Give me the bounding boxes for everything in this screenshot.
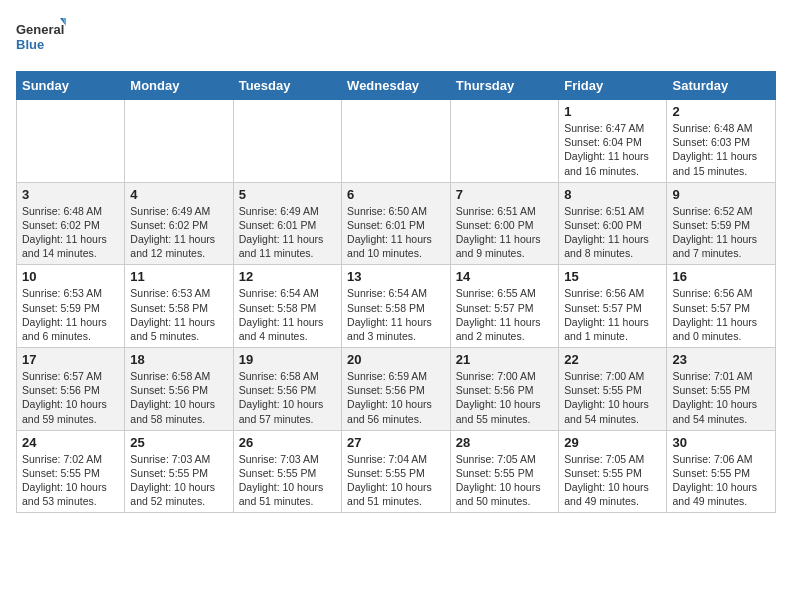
weekday-header-row: SundayMondayTuesdayWednesdayThursdayFrid… bbox=[17, 72, 776, 100]
day-info: Sunrise: 6:50 AM Sunset: 6:01 PM Dayligh… bbox=[347, 204, 445, 261]
day-info: Sunrise: 6:58 AM Sunset: 5:56 PM Dayligh… bbox=[130, 369, 227, 426]
day-number: 25 bbox=[130, 435, 227, 450]
weekday-header-wednesday: Wednesday bbox=[342, 72, 451, 100]
day-number: 28 bbox=[456, 435, 553, 450]
day-number: 15 bbox=[564, 269, 661, 284]
day-number: 6 bbox=[347, 187, 445, 202]
svg-text:General: General bbox=[16, 22, 64, 37]
day-cell: 22Sunrise: 7:00 AM Sunset: 5:55 PM Dayli… bbox=[559, 348, 667, 431]
day-cell: 15Sunrise: 6:56 AM Sunset: 5:57 PM Dayli… bbox=[559, 265, 667, 348]
day-info: Sunrise: 7:02 AM Sunset: 5:55 PM Dayligh… bbox=[22, 452, 119, 509]
day-info: Sunrise: 7:03 AM Sunset: 5:55 PM Dayligh… bbox=[130, 452, 227, 509]
day-info: Sunrise: 7:00 AM Sunset: 5:55 PM Dayligh… bbox=[564, 369, 661, 426]
day-cell: 1Sunrise: 6:47 AM Sunset: 6:04 PM Daylig… bbox=[559, 100, 667, 183]
day-info: Sunrise: 7:00 AM Sunset: 5:56 PM Dayligh… bbox=[456, 369, 553, 426]
day-info: Sunrise: 6:55 AM Sunset: 5:57 PM Dayligh… bbox=[456, 286, 553, 343]
day-cell: 26Sunrise: 7:03 AM Sunset: 5:55 PM Dayli… bbox=[233, 430, 341, 513]
week-row-1: 1Sunrise: 6:47 AM Sunset: 6:04 PM Daylig… bbox=[17, 100, 776, 183]
day-cell: 29Sunrise: 7:05 AM Sunset: 5:55 PM Dayli… bbox=[559, 430, 667, 513]
day-info: Sunrise: 6:59 AM Sunset: 5:56 PM Dayligh… bbox=[347, 369, 445, 426]
day-number: 26 bbox=[239, 435, 336, 450]
day-cell: 6Sunrise: 6:50 AM Sunset: 6:01 PM Daylig… bbox=[342, 182, 451, 265]
day-info: Sunrise: 6:51 AM Sunset: 6:00 PM Dayligh… bbox=[564, 204, 661, 261]
day-number: 1 bbox=[564, 104, 661, 119]
day-number: 3 bbox=[22, 187, 119, 202]
day-number: 12 bbox=[239, 269, 336, 284]
day-number: 19 bbox=[239, 352, 336, 367]
day-cell bbox=[17, 100, 125, 183]
day-number: 7 bbox=[456, 187, 553, 202]
weekday-header-monday: Monday bbox=[125, 72, 233, 100]
day-info: Sunrise: 7:05 AM Sunset: 5:55 PM Dayligh… bbox=[456, 452, 553, 509]
day-number: 14 bbox=[456, 269, 553, 284]
day-number: 8 bbox=[564, 187, 661, 202]
day-cell bbox=[450, 100, 558, 183]
day-number: 9 bbox=[672, 187, 770, 202]
day-number: 16 bbox=[672, 269, 770, 284]
day-cell: 10Sunrise: 6:53 AM Sunset: 5:59 PM Dayli… bbox=[17, 265, 125, 348]
day-cell: 17Sunrise: 6:57 AM Sunset: 5:56 PM Dayli… bbox=[17, 348, 125, 431]
logo: General Blue bbox=[16, 16, 66, 61]
day-info: Sunrise: 6:54 AM Sunset: 5:58 PM Dayligh… bbox=[347, 286, 445, 343]
day-cell: 27Sunrise: 7:04 AM Sunset: 5:55 PM Dayli… bbox=[342, 430, 451, 513]
day-info: Sunrise: 6:56 AM Sunset: 5:57 PM Dayligh… bbox=[564, 286, 661, 343]
weekday-header-tuesday: Tuesday bbox=[233, 72, 341, 100]
week-row-3: 10Sunrise: 6:53 AM Sunset: 5:59 PM Dayli… bbox=[17, 265, 776, 348]
day-info: Sunrise: 7:05 AM Sunset: 5:55 PM Dayligh… bbox=[564, 452, 661, 509]
day-number: 22 bbox=[564, 352, 661, 367]
day-info: Sunrise: 6:48 AM Sunset: 6:03 PM Dayligh… bbox=[672, 121, 770, 178]
day-cell: 2Sunrise: 6:48 AM Sunset: 6:03 PM Daylig… bbox=[667, 100, 776, 183]
day-info: Sunrise: 6:57 AM Sunset: 5:56 PM Dayligh… bbox=[22, 369, 119, 426]
day-cell: 23Sunrise: 7:01 AM Sunset: 5:55 PM Dayli… bbox=[667, 348, 776, 431]
day-cell: 3Sunrise: 6:48 AM Sunset: 6:02 PM Daylig… bbox=[17, 182, 125, 265]
logo-svg: General Blue bbox=[16, 16, 66, 61]
day-number: 2 bbox=[672, 104, 770, 119]
day-cell: 4Sunrise: 6:49 AM Sunset: 6:02 PM Daylig… bbox=[125, 182, 233, 265]
day-info: Sunrise: 6:54 AM Sunset: 5:58 PM Dayligh… bbox=[239, 286, 336, 343]
day-number: 10 bbox=[22, 269, 119, 284]
day-cell: 5Sunrise: 6:49 AM Sunset: 6:01 PM Daylig… bbox=[233, 182, 341, 265]
day-info: Sunrise: 6:49 AM Sunset: 6:01 PM Dayligh… bbox=[239, 204, 336, 261]
weekday-header-friday: Friday bbox=[559, 72, 667, 100]
day-number: 29 bbox=[564, 435, 661, 450]
weekday-header-saturday: Saturday bbox=[667, 72, 776, 100]
day-cell: 25Sunrise: 7:03 AM Sunset: 5:55 PM Dayli… bbox=[125, 430, 233, 513]
weekday-header-thursday: Thursday bbox=[450, 72, 558, 100]
day-info: Sunrise: 6:48 AM Sunset: 6:02 PM Dayligh… bbox=[22, 204, 119, 261]
day-cell: 16Sunrise: 6:56 AM Sunset: 5:57 PM Dayli… bbox=[667, 265, 776, 348]
day-info: Sunrise: 6:53 AM Sunset: 5:59 PM Dayligh… bbox=[22, 286, 119, 343]
day-cell: 19Sunrise: 6:58 AM Sunset: 5:56 PM Dayli… bbox=[233, 348, 341, 431]
day-number: 24 bbox=[22, 435, 119, 450]
day-info: Sunrise: 6:52 AM Sunset: 5:59 PM Dayligh… bbox=[672, 204, 770, 261]
day-number: 4 bbox=[130, 187, 227, 202]
day-cell: 7Sunrise: 6:51 AM Sunset: 6:00 PM Daylig… bbox=[450, 182, 558, 265]
day-cell: 24Sunrise: 7:02 AM Sunset: 5:55 PM Dayli… bbox=[17, 430, 125, 513]
day-cell bbox=[233, 100, 341, 183]
day-info: Sunrise: 7:06 AM Sunset: 5:55 PM Dayligh… bbox=[672, 452, 770, 509]
day-cell bbox=[125, 100, 233, 183]
day-info: Sunrise: 6:56 AM Sunset: 5:57 PM Dayligh… bbox=[672, 286, 770, 343]
day-number: 21 bbox=[456, 352, 553, 367]
day-number: 20 bbox=[347, 352, 445, 367]
day-cell bbox=[342, 100, 451, 183]
day-info: Sunrise: 6:53 AM Sunset: 5:58 PM Dayligh… bbox=[130, 286, 227, 343]
day-number: 30 bbox=[672, 435, 770, 450]
weekday-header-sunday: Sunday bbox=[17, 72, 125, 100]
day-cell: 30Sunrise: 7:06 AM Sunset: 5:55 PM Dayli… bbox=[667, 430, 776, 513]
day-cell: 11Sunrise: 6:53 AM Sunset: 5:58 PM Dayli… bbox=[125, 265, 233, 348]
day-cell: 9Sunrise: 6:52 AM Sunset: 5:59 PM Daylig… bbox=[667, 182, 776, 265]
calendar: SundayMondayTuesdayWednesdayThursdayFrid… bbox=[16, 71, 776, 513]
day-number: 27 bbox=[347, 435, 445, 450]
day-number: 11 bbox=[130, 269, 227, 284]
week-row-4: 17Sunrise: 6:57 AM Sunset: 5:56 PM Dayli… bbox=[17, 348, 776, 431]
page-header: General Blue bbox=[16, 16, 776, 61]
day-info: Sunrise: 7:03 AM Sunset: 5:55 PM Dayligh… bbox=[239, 452, 336, 509]
svg-text:Blue: Blue bbox=[16, 37, 44, 52]
day-cell: 12Sunrise: 6:54 AM Sunset: 5:58 PM Dayli… bbox=[233, 265, 341, 348]
day-cell: 20Sunrise: 6:59 AM Sunset: 5:56 PM Dayli… bbox=[342, 348, 451, 431]
day-cell: 18Sunrise: 6:58 AM Sunset: 5:56 PM Dayli… bbox=[125, 348, 233, 431]
day-number: 18 bbox=[130, 352, 227, 367]
day-number: 23 bbox=[672, 352, 770, 367]
day-info: Sunrise: 6:49 AM Sunset: 6:02 PM Dayligh… bbox=[130, 204, 227, 261]
day-info: Sunrise: 6:47 AM Sunset: 6:04 PM Dayligh… bbox=[564, 121, 661, 178]
